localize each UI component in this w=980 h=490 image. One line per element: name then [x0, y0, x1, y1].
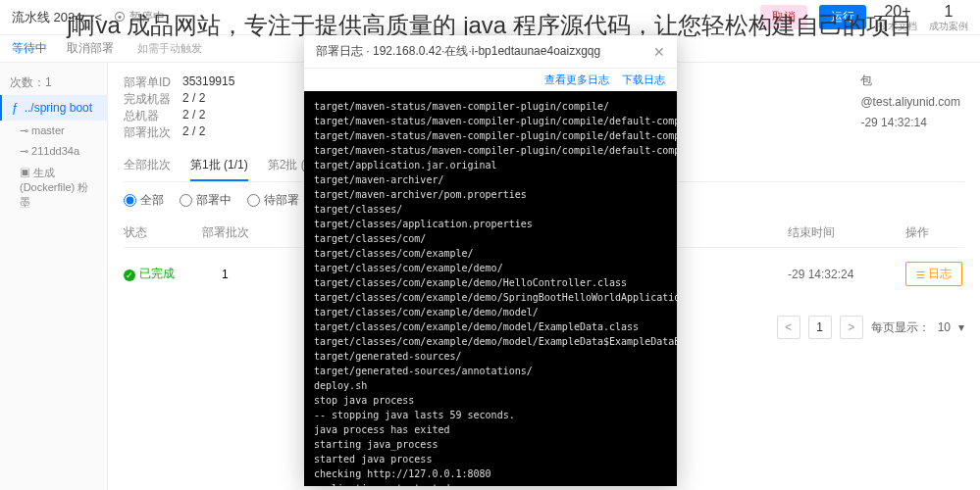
hint-text: 如需手动触发: [137, 41, 202, 56]
cancel-button[interactable]: 取消: [760, 5, 807, 29]
modal-title: 部署日志 · 192.168.0.42·在线·i-bp1edtaunae4oai…: [316, 43, 600, 60]
top-bar: 流水线 2024…< ⦿ 暂停中 取消 运行 20+技术文档 1成功案例: [0, 0, 980, 35]
pager-prev[interactable]: <: [777, 316, 800, 339]
tab-batch-1[interactable]: 第1批 (1/1): [190, 151, 248, 181]
pager-next[interactable]: >: [840, 316, 863, 339]
log-modal: 部署日志 · 192.168.0.42·在线·i-bp1edtaunae4oai…: [304, 35, 677, 486]
log-button[interactable]: 日志: [905, 262, 962, 286]
subtab-cancel-deploy[interactable]: 取消部署: [67, 40, 114, 57]
stat-docs: 20+技术文档: [878, 2, 917, 32]
close-icon[interactable]: ✕: [653, 44, 665, 60]
right-meta: 包 @test.aliyunid.com -29 14:32:14: [860, 71, 960, 134]
check-icon: [124, 268, 135, 281]
sidebar: 次数：1 ƒ../spring boot ⊸ master ⊸ 211dd34a…: [0, 63, 108, 490]
status-cell: 已完成: [124, 266, 202, 282]
pager-current[interactable]: 1: [808, 316, 832, 339]
download-logs-link[interactable]: 下载日志: [622, 74, 665, 85]
stat-cases: 1成功案例: [929, 2, 968, 32]
sidebar-item-master[interactable]: ⊸ master: [0, 121, 107, 141]
sidebar-item-dockerfile[interactable]: ▣ 生成(Dockerfile) 粉墨: [0, 162, 107, 214]
radio-deploying[interactable]: 部署中: [180, 192, 232, 209]
console-output[interactable]: target/maven-status/maven-compiler-plugi…: [304, 91, 677, 486]
doc-icon: [916, 268, 925, 281]
sidebar-item-springboot[interactable]: ƒ../spring boot: [0, 95, 107, 121]
pager-size-select[interactable]: 10: [938, 320, 951, 334]
tab-all-batches[interactable]: 全部批次: [124, 151, 171, 181]
batch-cell: 1: [202, 268, 281, 281]
run-button[interactable]: 运行: [819, 5, 866, 29]
radio-all[interactable]: 全部: [124, 192, 164, 209]
radio-pending[interactable]: 待部署: [247, 192, 299, 209]
pause-badge: ⦿ 暂停中: [114, 9, 165, 25]
view-more-logs-link[interactable]: 查看更多日志: [544, 74, 609, 85]
sidebar-item-commit[interactable]: ⊸ 211dd34a: [0, 141, 107, 162]
sidebar-count: 次数：1: [0, 71, 107, 95]
endtime-cell: -29 14:32:24: [788, 268, 905, 281]
breadcrumb[interactable]: 流水线 2024…<: [12, 9, 102, 26]
subtab-waiting[interactable]: 等待中: [12, 40, 47, 57]
pager-size-label: 每页显示：: [871, 319, 930, 336]
